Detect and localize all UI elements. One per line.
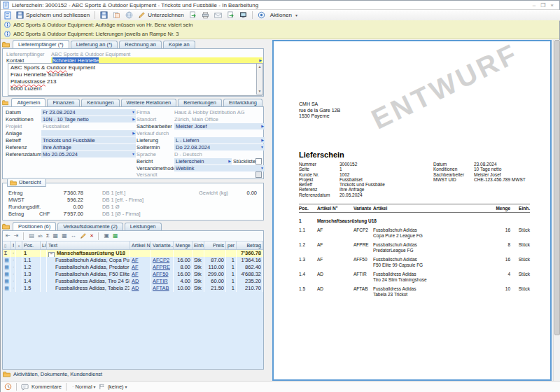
outdent-icon[interactable]: ⇤ <box>6 232 10 240</box>
row-artikel-link[interactable]: AF <box>130 264 151 271</box>
fax-button[interactable] <box>238 10 248 20</box>
tab-bemerkungen[interactable]: Bemerkungen <box>178 99 222 106</box>
header-artikel[interactable]: Artikel N° <box>130 241 151 249</box>
web-button[interactable] <box>124 10 134 20</box>
row-height-icon[interactable]: ↔ <box>71 232 76 240</box>
bericht-field[interactable]: Lieferschein <box>174 158 232 164</box>
row-variante-link[interactable]: AFPRE <box>151 264 174 271</box>
row-artikel-link[interactable]: AF <box>130 257 151 264</box>
position-row[interactable]: 1.1 Fussballschuh Adidas, Copa Pure 2...… <box>3 257 263 264</box>
position-row[interactable]: 1.3 Fussballschuh Adidas, F50 Elite 99..… <box>3 271 263 278</box>
mail-button[interactable] <box>213 10 223 20</box>
header-einh[interactable]: Einh. <box>192 241 204 249</box>
tab-leistungen[interactable]: Leistungen <box>125 223 162 230</box>
referenzdatum-field[interactable]: Mo 20.05.2024 <box>41 151 136 158</box>
scroll-down-icon[interactable]: ▼ <box>257 88 262 94</box>
tab-lieferempfaenger[interactable]: Lieferempfänger (*) <box>13 40 69 48</box>
transfer-button[interactable] <box>188 10 198 20</box>
position-row[interactable]: 1.4 Fussballdress Adidas, Tiro 24 Slim..… <box>3 278 263 285</box>
header-variante[interactable]: Variante.. <box>151 241 174 249</box>
indent-icon[interactable]: ⇥ <box>14 232 19 240</box>
print-button[interactable] <box>200 10 211 20</box>
solltermin-field[interactable]: Do 22.08.2024 <box>174 144 265 150</box>
collapse-icon[interactable] <box>48 252 55 257</box>
header-menge[interactable]: Menge <box>174 241 192 249</box>
edit-icon[interactable] <box>80 232 87 239</box>
sachbearbeiter-field[interactable]: Meister Josef <box>174 123 265 130</box>
minimize-button[interactable]: – <box>533 2 536 8</box>
tab-weitere-relationen[interactable]: Weitere Relationen <box>121 99 177 106</box>
versandmethode-field[interactable]: Weblink <box>174 165 265 172</box>
actions-menu-button[interactable]: Aktionen <box>269 10 299 20</box>
maximize-button[interactable]: ❒ <box>540 2 545 8</box>
header-li[interactable]: Li <box>41 241 47 249</box>
preview-item-row: 1.1 AF AFCP2 Fussballschuh AdidasCopa Pu… <box>299 227 530 238</box>
navigate-button[interactable] <box>3 10 13 20</box>
text-position-icon[interactable]: ab <box>38 232 43 240</box>
delete-icon[interactable]: × <box>90 232 94 240</box>
document-preview-pane[interactable]: ENTWURF CMH SA rue de la Gare 12B 1530 P… <box>272 40 552 381</box>
sprache-label: Sprache <box>136 151 156 158</box>
export-button[interactable] <box>225 10 236 20</box>
row-artikel-link[interactable]: AF <box>130 271 151 278</box>
header-preis[interactable]: Preis <box>204 241 226 249</box>
position-sum-row[interactable]: 1 Manschaftsausrüstung U18 7'360.78 <box>3 250 263 257</box>
mode-select[interactable]: Normal <box>71 384 96 390</box>
header-text[interactable]: Text <box>47 241 130 249</box>
table-percent-icon[interactable]: ▦ <box>53 232 59 240</box>
row-pos: 1.1 <box>22 257 41 264</box>
tab-entwicklung[interactable]: Entwicklung <box>223 99 262 106</box>
header-pos[interactable]: Pos. <box>22 241 41 249</box>
datum-field[interactable]: Fr 23.08.2024 <box>41 109 136 115</box>
preview-button[interactable] <box>256 10 267 20</box>
sign-button[interactable]: Unterzeichnen <box>136 10 186 20</box>
row-variante-link[interactable]: AFTAB <box>151 285 174 292</box>
comments-label[interactable]: Kommentare <box>31 384 62 390</box>
row-variante-link[interactable]: AFCP2 <box>151 257 174 264</box>
row-artikel-link[interactable]: AD <box>130 285 151 292</box>
history-clock-icon[interactable] <box>4 383 12 391</box>
scroll-up-icon[interactable]: ▲ <box>257 64 262 69</box>
tab-kennungen[interactable]: Kennungen <box>81 99 119 106</box>
tab-kopie-an[interactable]: Kopie an <box>163 41 195 48</box>
row-artikel-link[interactable]: AD <box>130 278 151 285</box>
overview-groupbox: Übersicht Ertrag 7'360.78 DB 1 [eff.] Ge… <box>2 183 264 220</box>
stueckliste-checkbox[interactable] <box>255 158 262 164</box>
tab-lieferung-an[interactable]: Lieferung an (*) <box>71 41 118 48</box>
row-variante-link[interactable]: AFF50 <box>151 271 174 278</box>
address-textarea[interactable]: ABC Sports & Outdoor Equipment Frau Henr… <box>8 63 262 96</box>
refresh-icon[interactable]: ▦ <box>113 232 118 240</box>
flag-icon[interactable] <box>99 384 105 390</box>
anlage-field[interactable] <box>41 130 136 136</box>
preview-scrollbar[interactable] <box>553 40 560 381</box>
filter-icon[interactable] <box>16 241 22 249</box>
sum-position-icon[interactable]: Σ <box>46 232 50 240</box>
notification-text: ABC Sports & Outdoor Equipment: Aufträge… <box>13 22 192 28</box>
konditionen-field[interactable]: 10N - 10 Tage netto <box>41 116 136 122</box>
tab-rechnung-an[interactable]: Rechnung an <box>119 41 162 48</box>
new-position-icon[interactable]: ▤ <box>29 232 34 240</box>
table-percent2-icon[interactable]: ▦ <box>62 232 67 240</box>
activities-bar[interactable]: Aktivitäten, Dokumente, Kundendienst <box>3 370 265 379</box>
tab-verkaufsdokumente[interactable]: Verkaufsdokumente (2) <box>57 223 123 230</box>
save-close-button[interactable]: Speichern und schliessen <box>15 10 91 20</box>
copy-document-button[interactable] <box>111 10 122 20</box>
position-row[interactable]: 1.2 Fussballschuh Adidas, PredatorLea.. … <box>3 264 263 271</box>
comment-icon[interactable] <box>21 384 29 391</box>
address-scrollbar[interactable]: ▲▼ <box>256 63 263 94</box>
row-variante-link[interactable]: AFTIR <box>151 278 174 285</box>
flag-select[interactable]: (keine) <box>108 384 127 390</box>
betreff-field[interactable]: Trickots und Fussbälle <box>41 137 136 144</box>
tab-positionen[interactable]: Positionen (6) <box>13 222 56 230</box>
tab-allgemein[interactable]: Allgemein <box>11 98 46 106</box>
copy-icon[interactable]: ▣ <box>104 232 109 240</box>
header-per[interactable]: per <box>226 241 237 249</box>
tab-finanzen[interactable]: Finanzen <box>47 99 80 106</box>
lieferung-field[interactable]: L - Liefern <box>174 137 265 144</box>
position-row[interactable]: 1.5 Fussballdress Adidas, Tabela 23 Tri.… <box>3 285 263 292</box>
close-button[interactable]: × <box>550 2 554 8</box>
preview-scrollbar-thumb[interactable] <box>554 40 560 335</box>
header-betrag[interactable]: Betrag <box>237 241 263 249</box>
referenz-field[interactable]: Ihre Anfrage <box>41 144 136 150</box>
save-button[interactable] <box>99 10 109 20</box>
